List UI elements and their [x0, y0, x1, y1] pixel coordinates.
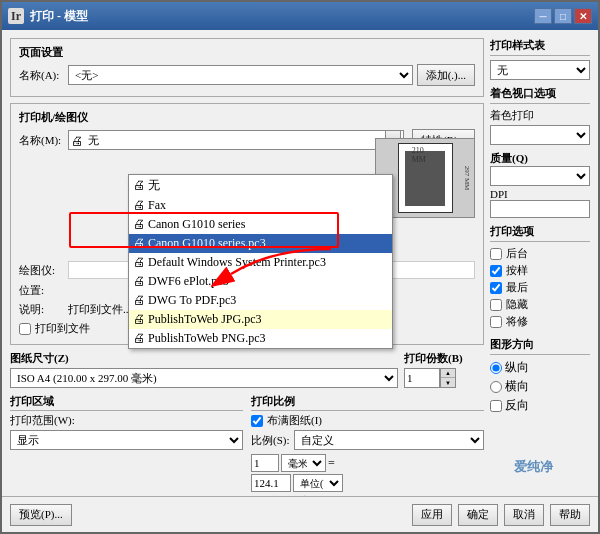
fit-paper-row: 布满图纸(I) — [251, 413, 484, 428]
cancel-button[interactable]: 取消 — [504, 504, 544, 526]
description-label: 说明: — [19, 302, 64, 317]
preview-button[interactable]: 预览(P)... — [10, 504, 72, 526]
option-style-checkbox[interactable] — [490, 265, 502, 277]
print-options-group: 打印选项 后台 按样 最后 隐藏 — [490, 224, 590, 331]
print-range-label: 打印范围(W): — [10, 413, 243, 428]
option-style: 按样 — [490, 263, 590, 278]
ok-button[interactable]: 确定 — [458, 504, 498, 526]
option-style-label: 按样 — [506, 263, 528, 278]
dropdown-item-dwf6[interactable]: 🖨DWF6 ePlot.pc3 — [129, 272, 392, 291]
scale-select[interactable]: 自定义 — [294, 430, 485, 450]
scale-row: 比例(S): 自定义 — [251, 430, 484, 450]
reverse-checkbox[interactable] — [490, 400, 502, 412]
option-last-checkbox[interactable] — [490, 282, 502, 294]
title-bar: Ir 打印 - 模型 ─ □ ✕ — [2, 2, 598, 30]
portrait-radio[interactable] — [490, 362, 502, 374]
quality-select[interactable] — [490, 166, 590, 186]
fit-paper-checkbox[interactable] — [251, 415, 263, 427]
scale-values-row: 毫米 = — [251, 454, 484, 472]
bottom-right-buttons: 应用 确定 取消 帮助 — [412, 504, 590, 526]
page-setup-name-row: 名称(A): <无> 添加(.)... — [19, 64, 475, 86]
help-button[interactable]: 帮助 — [550, 504, 590, 526]
dpi-input[interactable] — [490, 200, 590, 218]
quality-group: 质量(Q) DPI — [490, 151, 590, 218]
printer-name-value: 无 — [88, 133, 382, 148]
option-background-label: 后台 — [506, 246, 528, 261]
dropdown-item-dwg-pdf[interactable]: 🖨DWG To PDF.pc3 — [129, 291, 392, 310]
watermark: 爱纯净 — [468, 442, 598, 492]
window-icon: Ir — [8, 8, 24, 24]
color-viewport-title: 着色视口选项 — [490, 86, 590, 104]
print-scale-group: 打印比例 布满图纸(I) 比例(S): 自定义 毫米 — [251, 394, 484, 511]
paper-preview: 210 MM 297 MM — [398, 143, 453, 213]
apply-button[interactable]: 应用 — [412, 504, 452, 526]
print-range-select[interactable]: 显示 — [10, 430, 243, 450]
scale-label: 比例(S): — [251, 433, 290, 448]
dropdown-item-publish-png[interactable]: 🖨PublishToWeb PNG.pc3 — [129, 329, 392, 348]
print-area-title: 打印区域 — [10, 394, 243, 411]
scale-val2-input[interactable] — [251, 474, 291, 492]
close-button[interactable]: ✕ — [574, 8, 592, 24]
name-dropdown-row: <无> — [68, 65, 413, 85]
option-modify-checkbox[interactable] — [490, 316, 502, 328]
dpi-label: DPI — [490, 188, 590, 200]
reverse-label: 反向 — [505, 397, 529, 414]
print-area-group: 打印区域 打印范围(W): 显示 — [10, 394, 243, 511]
window-title: 打印 - 模型 — [30, 8, 534, 25]
plotter-label: 绘图仪: — [19, 263, 64, 278]
landscape-row: 横向 — [490, 378, 590, 395]
option-hidden-checkbox[interactable] — [490, 299, 502, 311]
paper-size-select[interactable]: ISO A4 (210.00 x 297.00 毫米) — [10, 368, 398, 388]
direction-title: 图形方向 — [490, 337, 590, 355]
print-copies-input: ▲ ▼ — [404, 368, 456, 388]
dim-top-label: 210 MM — [412, 146, 439, 164]
page-setup-section: 页面设置 名称(A): <无> 添加(.)... — [10, 38, 484, 97]
print-copies-label: 打印份数(B) — [404, 351, 463, 366]
dropdown-item-none[interactable]: 🖨无 — [129, 175, 392, 196]
left-panel: 页面设置 名称(A): <无> 添加(.)... 打印机/绘图仪 — [10, 38, 484, 524]
title-controls: ─ □ ✕ — [534, 8, 592, 24]
option-background-checkbox[interactable] — [490, 248, 502, 260]
paper-size-title: 图纸尺寸(Z) — [10, 351, 398, 366]
option-modify: 将修 — [490, 314, 590, 329]
direction-options: 纵向 横向 反向 — [490, 359, 590, 414]
print-to-file-label: 打印到文件 — [35, 321, 90, 336]
print-style-select[interactable]: 无 — [490, 60, 590, 80]
print-to-file-checkbox[interactable] — [19, 323, 31, 335]
page-setup-select[interactable]: <无> — [68, 65, 413, 85]
option-last: 最后 — [490, 280, 590, 295]
bottom-bar: 预览(P)... 应用 确定 取消 帮助 — [2, 496, 598, 532]
page-setup-title: 页面设置 — [19, 45, 475, 60]
paper-copies-row: 图纸尺寸(Z) ISO A4 (210.00 x 297.00 毫米) 打印份数… — [10, 351, 484, 388]
dropdown-item-fax[interactable]: 🖨Fax — [129, 196, 392, 215]
copies-input[interactable] — [404, 368, 440, 388]
option-modify-label: 将修 — [506, 314, 528, 329]
dropdown-item-canon-g1010[interactable]: 🖨Canon G1010 series — [129, 215, 392, 234]
scale-unit1-select[interactable]: 毫米 — [281, 454, 326, 472]
dim-right-label: 297 MM — [463, 166, 471, 191]
scale-unit2-select[interactable]: 单位(U) — [293, 474, 343, 492]
copies-down-button[interactable]: ▼ — [441, 378, 455, 387]
maximize-button[interactable]: □ — [554, 8, 572, 24]
portrait-row: 纵向 — [490, 359, 590, 376]
copies-up-button[interactable]: ▲ — [441, 369, 455, 378]
scale-unit2-row: 单位(U) — [251, 474, 484, 492]
landscape-radio[interactable] — [490, 381, 502, 393]
scale-val1-input[interactable] — [251, 454, 279, 472]
copies-spin-buttons: ▲ ▼ — [440, 368, 456, 388]
option-background: 后台 — [490, 246, 590, 261]
color-viewport-group: 着色视口选项 着色打印 — [490, 86, 590, 145]
print-copies-group: 打印份数(B) ▲ ▼ — [404, 351, 484, 388]
color-print-select[interactable] — [490, 125, 590, 145]
add-page-setup-button[interactable]: 添加(.)... — [417, 64, 475, 86]
minimize-button[interactable]: ─ — [534, 8, 552, 24]
direction-group: 图形方向 纵向 横向 反向 — [490, 337, 590, 414]
landscape-label: 横向 — [505, 378, 529, 395]
dropdown-item-canon-pc3[interactable]: 🖨Canon G1010 series.pc3 — [129, 234, 392, 253]
color-print-label: 着色打印 — [490, 108, 590, 123]
print-scale-title: 打印比例 — [251, 394, 484, 411]
option-last-label: 最后 — [506, 280, 528, 295]
dropdown-item-default-windows[interactable]: 🖨Default Windows System Printer.pc3 — [129, 253, 392, 272]
option-hidden: 隐藏 — [490, 297, 590, 312]
dropdown-item-publish-jpg[interactable]: 🖨PublishToWeb JPG.pc3 — [129, 310, 392, 329]
